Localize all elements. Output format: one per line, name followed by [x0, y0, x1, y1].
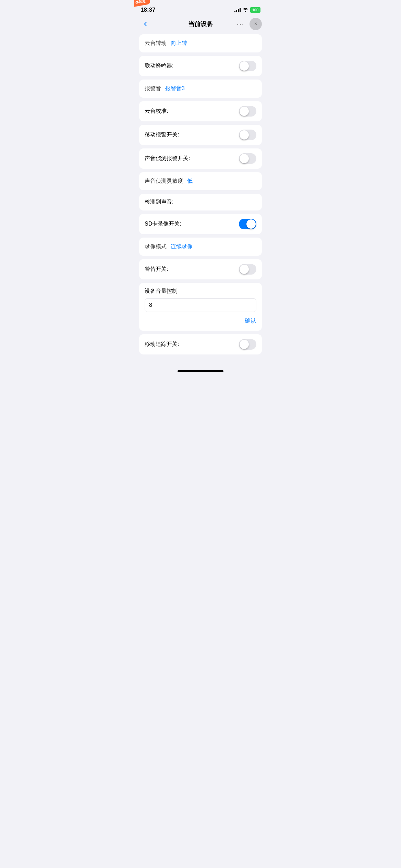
- linked-buzzer-toggle[interactable]: [239, 61, 256, 71]
- motion-tracking-label: 移动追踪开关:: [145, 341, 179, 348]
- motion-tracking-group: 移动追踪开关:: [139, 334, 262, 354]
- sd-card-recording-group: SD卡录像开关:: [139, 214, 262, 234]
- sd-card-recording-toggle[interactable]: [239, 219, 256, 229]
- whistle-switch-label: 警笛开关:: [145, 266, 168, 273]
- content-area: 云台转动 向上转 联动蜂鸣器: 报警音 报警音3 云台校准:: [134, 34, 267, 365]
- whistle-switch-group: 警笛开关:: [139, 259, 262, 279]
- ptz-calibration-toggle[interactable]: [239, 106, 256, 117]
- detected-sound-label: 检测到声音:: [145, 198, 173, 206]
- ptz-rotation-value: 向上转: [171, 40, 187, 47]
- motion-tracking-thumb: [240, 340, 249, 349]
- motion-alarm-group: 移动报警开关:: [139, 125, 262, 145]
- ptz-rotation-card[interactable]: 云台转动 向上转: [139, 34, 262, 52]
- status-bar: 18:37 100: [134, 0, 267, 15]
- sound-sensitivity-value: 低: [187, 178, 193, 185]
- detected-sound-row: 检测到声音:: [139, 194, 262, 210]
- linked-buzzer-row: 联动蜂鸣器:: [139, 56, 262, 76]
- sound-detection-alarm-group: 声音侦测报警开关:: [139, 148, 262, 169]
- ptz-rotation-label: 云台转动: [145, 40, 167, 47]
- signal-icon: [234, 8, 241, 12]
- whistle-switch-toggle[interactable]: [239, 264, 256, 275]
- sound-sensitivity-card[interactable]: 声音侦测灵敏度 低: [139, 172, 262, 190]
- recording-mode-value: 连续录像: [171, 243, 193, 250]
- whistle-switch-thumb: [240, 265, 249, 274]
- volume-control-title: 设备音量控制: [145, 288, 256, 295]
- linked-buzzer-thumb: [240, 61, 249, 71]
- volume-value[interactable]: 8: [145, 298, 256, 312]
- home-indicator: [178, 370, 223, 372]
- sound-detection-alarm-row: 声音侦测报警开关:: [139, 148, 262, 169]
- close-button[interactable]: ×: [250, 18, 262, 30]
- more-button[interactable]: ···: [234, 18, 247, 30]
- motion-tracking-row: 移动追踪开关:: [139, 334, 262, 354]
- ptz-calibration-group: 云台校准:: [139, 101, 262, 121]
- confirm-button-container: 确认: [145, 315, 256, 326]
- status-icons: 100: [234, 7, 260, 13]
- linked-buzzer-group: 联动蜂鸣器:: [139, 56, 262, 76]
- sound-detection-alarm-toggle[interactable]: [239, 153, 256, 164]
- sd-card-recording-row: SD卡录像开关:: [139, 214, 262, 234]
- motion-alarm-toggle[interactable]: [239, 130, 256, 140]
- sd-card-recording-label: SD卡录像开关:: [145, 220, 181, 228]
- motion-tracking-toggle[interactable]: [239, 339, 256, 350]
- ptz-calibration-row: 云台校准:: [139, 101, 262, 121]
- ptz-calibration-thumb: [240, 107, 249, 116]
- sd-card-recording-thumb: [246, 219, 256, 229]
- wifi-icon: [243, 7, 248, 13]
- linked-buzzer-label: 联动蜂鸣器:: [145, 62, 173, 70]
- whistle-switch-row: 警笛开关:: [139, 259, 262, 279]
- motion-alarm-thumb: [240, 130, 249, 140]
- alarm-sound-card[interactable]: 报警音 报警音3: [139, 80, 262, 98]
- nav-bar: 当前设备 ··· ×: [134, 15, 267, 34]
- volume-control-section: 设备音量控制 8 确认: [139, 283, 262, 331]
- sound-detection-alarm-label: 声音侦测报警开关:: [145, 155, 190, 162]
- alarm-sound-value: 报警音3: [165, 85, 185, 92]
- nav-actions: ··· ×: [234, 18, 262, 30]
- alarm-sound-label: 报警音: [145, 85, 161, 92]
- sound-detection-alarm-thumb: [240, 154, 249, 163]
- confirm-button[interactable]: 确认: [245, 317, 256, 324]
- status-time: 18:37: [141, 7, 155, 13]
- sound-sensitivity-label: 声音侦测灵敏度: [145, 178, 183, 185]
- ptz-calibration-label: 云台校准:: [145, 108, 168, 115]
- recording-mode-card[interactable]: 录像模式 连续录像: [139, 238, 262, 256]
- recording-mode-label: 录像模式: [145, 243, 167, 250]
- motion-alarm-label: 移动报警开关:: [145, 131, 179, 138]
- page-title: 当前设备: [188, 20, 213, 28]
- battery-icon: 100: [250, 7, 260, 13]
- back-button[interactable]: [139, 18, 151, 30]
- motion-alarm-row: 移动报警开关:: [139, 125, 262, 145]
